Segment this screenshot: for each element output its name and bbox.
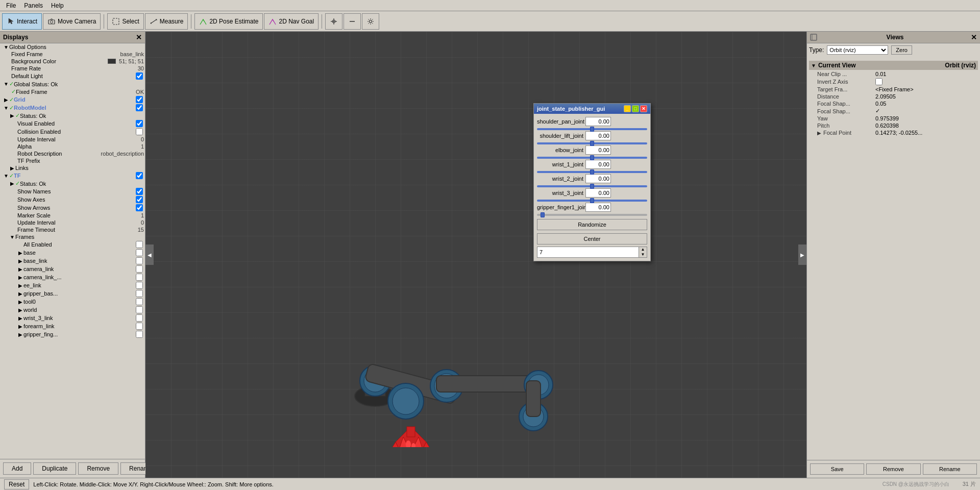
base-checkbox[interactable] bbox=[136, 249, 143, 256]
robot-model-arrow[interactable]: ▼ bbox=[3, 105, 9, 111]
marker-scale-row[interactable]: Marker Scale 1 bbox=[0, 212, 145, 219]
tool0-arrow[interactable]: ▶ bbox=[17, 299, 23, 305]
viewport[interactable]: ◀ ▶ bbox=[145, 32, 806, 478]
add-button[interactable]: Add bbox=[3, 462, 31, 475]
dialog-spinbox[interactable]: 7 ▲ ▼ bbox=[537, 247, 647, 258]
views-save-button[interactable]: Save bbox=[810, 463, 864, 475]
global-options-row[interactable]: ▼ Global Options bbox=[0, 43, 145, 51]
gripper-fing-arrow[interactable]: ▶ bbox=[17, 332, 23, 337]
show-arrows-row[interactable]: Show Arrows bbox=[0, 204, 145, 212]
left-collapse-arrow[interactable]: ◀ bbox=[145, 244, 154, 265]
crosshair-button[interactable] bbox=[325, 13, 342, 30]
shoulder-lift-slider[interactable] bbox=[537, 142, 647, 144]
elbow-slider-thumb[interactable] bbox=[590, 155, 594, 160]
displays-panel-content[interactable]: ▼ Global Options Fixed Frame base_link B… bbox=[0, 43, 145, 459]
forearm-link-row[interactable]: ▶ forearm_link bbox=[0, 322, 145, 330]
shoulder-lift-input[interactable] bbox=[585, 131, 611, 140]
wrist3-slider[interactable] bbox=[537, 200, 647, 202]
global-options-arrow[interactable]: ▼ bbox=[3, 44, 9, 50]
tf-prefix-row[interactable]: TF Prefix bbox=[0, 157, 145, 164]
base-arrow[interactable]: ▶ bbox=[17, 250, 23, 256]
gripper-bas-row[interactable]: ▶ gripper_bas... bbox=[0, 289, 145, 298]
all-enabled-checkbox[interactable] bbox=[136, 241, 143, 248]
wrist3-slider-thumb[interactable] bbox=[590, 198, 594, 203]
camera-link2-checkbox[interactable] bbox=[136, 274, 143, 281]
frames-row[interactable]: ▼ Frames bbox=[0, 233, 145, 240]
collision-enabled-row[interactable]: Collision Enabled bbox=[0, 128, 145, 136]
collision-enabled-checkbox[interactable] bbox=[136, 128, 143, 135]
center-button[interactable]: Center bbox=[537, 233, 647, 244]
show-names-row[interactable]: Show Names bbox=[0, 187, 145, 195]
all-enabled-row[interactable]: All Enabled bbox=[0, 240, 145, 249]
settings-button[interactable] bbox=[362, 13, 379, 30]
select-button[interactable]: Select bbox=[107, 13, 143, 30]
remove-button[interactable]: Remove bbox=[78, 462, 118, 475]
measure-button[interactable]: Measure bbox=[145, 13, 188, 30]
interact-button[interactable]: Interact bbox=[2, 13, 42, 30]
type-select[interactable]: Orbit (rviz) bbox=[827, 45, 888, 55]
robot-model-row[interactable]: ▼ ✓ RobotModel bbox=[0, 104, 145, 112]
ee-link-row[interactable]: ▶ ee_link bbox=[0, 281, 145, 289]
show-names-checkbox[interactable] bbox=[136, 188, 143, 195]
gripper-fing-row[interactable]: ▶ gripper_fing... bbox=[0, 330, 145, 338]
move-camera-button[interactable]: Move Camera bbox=[43, 13, 101, 30]
shoulder-pan-slider[interactable] bbox=[537, 128, 647, 130]
menu-help[interactable]: Help bbox=[47, 1, 68, 10]
focal-point-arrow[interactable]: ▶ Focal Point bbox=[817, 130, 873, 136]
tf-row[interactable]: ▼ ✓ TF bbox=[0, 172, 145, 180]
shoulder-pan-input[interactable]: 0.00 bbox=[585, 117, 611, 126]
wrist-3-link-arrow[interactable]: ▶ bbox=[17, 315, 23, 321]
dialog-maximize-button[interactable]: □ bbox=[632, 105, 639, 112]
menu-file[interactable]: File bbox=[2, 1, 20, 10]
grid-checkbox[interactable] bbox=[136, 96, 143, 103]
ee-link-checkbox[interactable] bbox=[136, 282, 143, 289]
wrist-3-link-checkbox[interactable] bbox=[136, 314, 143, 322]
global-status-arrow[interactable]: ▼ bbox=[3, 81, 9, 87]
robot-model-status-row[interactable]: ▶ ✓ Status: Ok bbox=[0, 112, 145, 119]
camera-link-arrow[interactable]: ▶ bbox=[17, 266, 23, 272]
background-color-row[interactable]: Background Color 51; 51; 51 bbox=[0, 58, 145, 65]
views-close-button[interactable]: ✕ bbox=[971, 33, 977, 41]
tf-status-row[interactable]: ▶ ✓ Status: Ok bbox=[0, 180, 145, 187]
robot-description-row[interactable]: Robot Description robot_description bbox=[0, 150, 145, 157]
robot-model-checkbox[interactable] bbox=[136, 104, 143, 111]
ee-link-arrow[interactable]: ▶ bbox=[17, 283, 23, 288]
update-interval-row[interactable]: Update Interval 0 bbox=[0, 136, 145, 143]
wrist2-input[interactable] bbox=[585, 174, 611, 183]
invert-z-checkbox[interactable] bbox=[875, 78, 883, 85]
wrist1-slider-thumb[interactable] bbox=[590, 169, 594, 175]
menu-panels[interactable]: Panels bbox=[20, 1, 47, 10]
gripper-bas-arrow[interactable]: ▶ bbox=[17, 291, 23, 297]
base-row[interactable]: ▶ base bbox=[0, 249, 145, 257]
camera-link-checkbox[interactable] bbox=[136, 265, 143, 273]
base-link-arrow[interactable]: ▶ bbox=[17, 258, 23, 264]
shoulder-pan-slider-thumb[interactable] bbox=[590, 127, 594, 132]
duplicate-button[interactable]: Duplicate bbox=[33, 462, 76, 475]
forearm-link-arrow[interactable]: ▶ bbox=[17, 324, 23, 329]
shoulder-lift-slider-thumb[interactable] bbox=[590, 141, 594, 146]
views-rename-button[interactable]: Rename bbox=[923, 463, 977, 475]
alpha-row[interactable]: Alpha 1 bbox=[0, 143, 145, 150]
tf-status-arrow[interactable]: ▶ bbox=[9, 181, 15, 186]
wrist3-input[interactable] bbox=[585, 188, 611, 198]
reset-button[interactable]: Reset bbox=[4, 479, 29, 489]
nav-goal-button[interactable]: 2D Nav Goal bbox=[264, 13, 318, 30]
show-axes-row[interactable]: Show Axes bbox=[0, 195, 145, 204]
camera-link2-row[interactable]: ▶ camera_link_... bbox=[0, 273, 145, 281]
wrist-3-link-row[interactable]: ▶ wrist_3_link bbox=[0, 314, 145, 322]
grid-arrow[interactable]: ▶ bbox=[3, 97, 9, 103]
wrist2-slider-thumb[interactable] bbox=[590, 184, 594, 189]
frames-arrow[interactable]: ▼ bbox=[9, 234, 15, 240]
pose-estimate-button[interactable]: 2D Pose Estimate bbox=[194, 13, 263, 30]
spinbox-input[interactable]: 7 bbox=[537, 247, 639, 257]
displays-close-button[interactable]: ✕ bbox=[136, 33, 142, 41]
global-status-row[interactable]: ▼ ✓ Global Status: Ok bbox=[0, 80, 145, 88]
right-collapse-arrow[interactable]: ▶ bbox=[798, 244, 806, 265]
spinbox-up-button[interactable]: ▲ bbox=[639, 247, 647, 252]
default-light-row[interactable]: Default Light bbox=[0, 72, 145, 80]
elbow-input[interactable] bbox=[585, 145, 611, 155]
gripper-fing-checkbox[interactable] bbox=[136, 331, 143, 338]
links-arrow[interactable]: ▶ bbox=[9, 165, 15, 171]
wrist2-slider[interactable] bbox=[537, 185, 647, 187]
grid-row[interactable]: ▶ ✓ Grid bbox=[0, 95, 145, 104]
